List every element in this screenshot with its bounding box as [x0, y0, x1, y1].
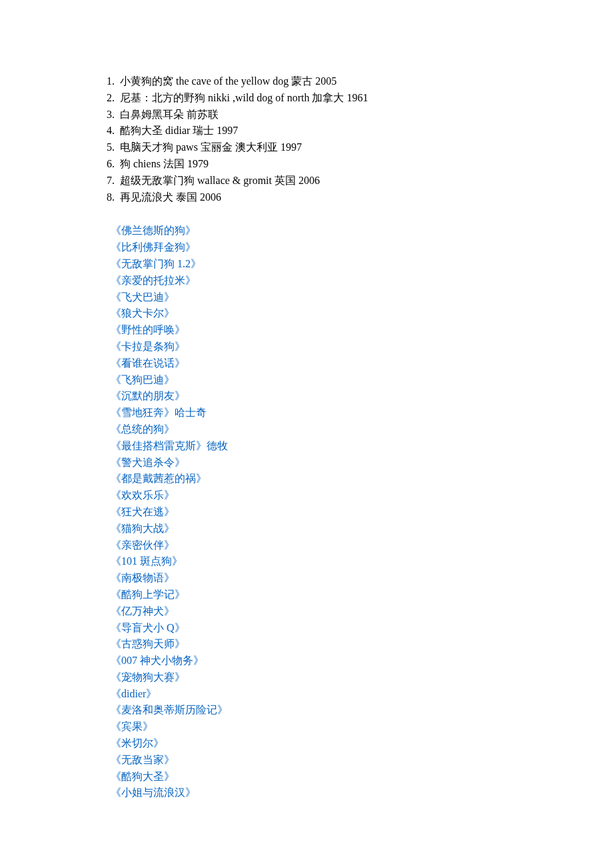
item-text: 小黄狗的窝 the cave of the yellow dog 蒙古 2005: [120, 73, 336, 90]
numbered-item: 6.狗 chiens 法国 1979: [107, 156, 520, 173]
movie-title-item: 《亲密伙伴》: [111, 537, 520, 554]
item-text: 电脑天才狗 paws 宝丽金 澳大利亚 1997: [120, 139, 302, 156]
item-text: 白鼻姆黑耳朵 前苏联: [120, 107, 219, 123]
movie-title-item: 《最佳搭档雷克斯》德牧: [111, 438, 520, 455]
item-number: 5.: [107, 139, 120, 156]
movie-title-item: 《卡拉是条狗》: [111, 339, 520, 355]
movie-title-item: 《飞犬巴迪》: [111, 289, 520, 306]
movie-title-item: 《看谁在说话》: [111, 355, 520, 372]
movie-title-item: 《无敌当家》: [111, 752, 520, 769]
numbered-item: 8.再见流浪犬 泰国 2006: [107, 189, 520, 206]
item-text: 狗 chiens 法国 1979: [120, 156, 209, 173]
movie-title-item: 《都是戴茜惹的祸》: [111, 471, 520, 487]
movie-title-item: 《导盲犬小 Q》: [111, 620, 520, 637]
movie-title-item: 《欢欢乐乐》: [111, 487, 520, 504]
item-text: 再见流浪犬 泰国 2006: [120, 189, 221, 206]
movie-title-item: 《猫狗大战》: [111, 521, 520, 537]
numbered-item: 2.尼基：北方的野狗 nikki ,wild dog of north 加拿大 …: [107, 90, 520, 107]
movie-title-item: 《麦洛和奥蒂斯历险记》: [111, 702, 520, 719]
movie-title-item: 《佛兰德斯的狗》: [111, 223, 520, 239]
movie-title-item: 《雪地狂奔》哈士奇: [111, 405, 520, 421]
movie-title-item: 《亿万神犬》: [111, 603, 520, 620]
movie-title-item: 《亲爱的托拉米》: [111, 273, 520, 289]
movie-title-item: 《007 神犬小物务》: [111, 653, 520, 669]
numbered-item: 4.酷狗大圣 didiar 瑞士 1997: [107, 123, 520, 139]
item-number: 4.: [107, 123, 120, 139]
item-text: 尼基：北方的野狗 nikki ,wild dog of north 加拿大 19…: [120, 90, 368, 107]
movie-title-item: 《警犬追杀令》: [111, 455, 520, 471]
movie-title-item: 《米切尔》: [111, 735, 520, 752]
movie-title-item: 《比利佛拜金狗》: [111, 239, 520, 256]
item-number: 6.: [107, 156, 120, 173]
movie-title-item: 《小姐与流浪汉》: [111, 785, 520, 801]
item-number: 1.: [107, 73, 120, 90]
item-number: 8.: [107, 189, 120, 206]
movie-title-item: 《野性的呼唤》: [111, 322, 520, 339]
movie-title-item: 《飞狗巴迪》: [111, 372, 520, 389]
numbered-item: 5.电脑天才狗 paws 宝丽金 澳大利亚 1997: [107, 139, 520, 156]
numbered-movie-list: 1.小黄狗的窝 the cave of the yellow dog 蒙古 20…: [107, 73, 520, 205]
blue-title-list: 《佛兰德斯的狗》《比利佛拜金狗》《无敌掌门狗 1.2》《亲爱的托拉米》《飞犬巴迪…: [111, 223, 520, 801]
movie-title-item: 《古惑狗天师》: [111, 636, 520, 653]
item-text: 超级无敌掌门狗 wallace & gromit 英国 2006: [120, 173, 320, 189]
movie-title-item: 《宾果》: [111, 719, 520, 735]
item-number: 7.: [107, 173, 120, 189]
numbered-item: 1.小黄狗的窝 the cave of the yellow dog 蒙古 20…: [107, 73, 520, 90]
movie-title-item: 《南极物语》: [111, 570, 520, 587]
numbered-item: 3.白鼻姆黑耳朵 前苏联: [107, 107, 520, 123]
movie-title-item: 《didier》: [111, 686, 520, 703]
numbered-item: 7.超级无敌掌门狗 wallace & gromit 英国 2006: [107, 173, 520, 189]
movie-title-item: 《酷狗上学记》: [111, 587, 520, 603]
movie-title-item: 《101 斑点狗》: [111, 553, 520, 570]
movie-title-item: 《宠物狗大赛》: [111, 669, 520, 686]
movie-title-item: 《总统的狗》: [111, 421, 520, 438]
item-number: 2.: [107, 90, 120, 107]
movie-title-item: 《狂犬在逃》: [111, 504, 520, 521]
item-number: 3.: [107, 107, 120, 123]
item-text: 酷狗大圣 didiar 瑞士 1997: [120, 123, 238, 139]
movie-title-item: 《狼犬卡尔》: [111, 305, 520, 322]
movie-title-item: 《沉默的朋友》: [111, 388, 520, 405]
movie-title-item: 《无敌掌门狗 1.2》: [111, 256, 520, 273]
movie-title-item: 《酷狗大圣》: [111, 769, 520, 785]
